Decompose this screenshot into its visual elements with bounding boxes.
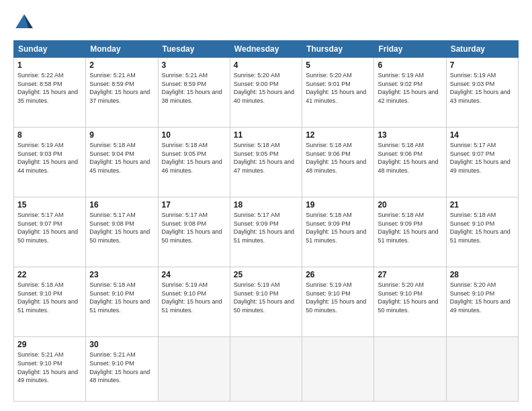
table-row: 30Sunrise: 5:21 AMSunset: 9:10 PMDayligh… xyxy=(86,337,158,402)
table-row: 6Sunrise: 5:19 AMSunset: 9:02 PMDaylight… xyxy=(374,58,446,128)
col-wednesday: Wednesday xyxy=(230,41,302,58)
day-number: 20 xyxy=(378,200,442,210)
day-number: 19 xyxy=(306,200,370,210)
cell-text: Sunrise: 5:18 AMSunset: 9:05 PMDaylight:… xyxy=(234,142,294,174)
table-row: 9Sunrise: 5:18 AMSunset: 9:04 PMDaylight… xyxy=(86,128,158,197)
header xyxy=(13,12,519,34)
calendar-body: 1Sunrise: 5:22 AMSunset: 8:58 PMDaylight… xyxy=(14,58,519,402)
cell-text: Sunrise: 5:19 AMSunset: 9:03 PMDaylight:… xyxy=(450,72,511,104)
cell-text: Sunrise: 5:18 AMSunset: 9:04 PMDaylight:… xyxy=(89,142,150,174)
day-number: 13 xyxy=(378,130,442,140)
day-number: 2 xyxy=(89,60,154,70)
table-row: 14Sunrise: 5:17 AMSunset: 9:07 PMDayligh… xyxy=(446,128,518,197)
table-row xyxy=(230,337,302,402)
col-sunday: Sunday xyxy=(14,41,86,58)
day-number: 8 xyxy=(17,130,82,140)
table-row xyxy=(446,337,518,402)
table-row: 17Sunrise: 5:17 AMSunset: 9:08 PMDayligh… xyxy=(158,197,230,267)
day-number: 17 xyxy=(162,200,226,210)
day-number: 6 xyxy=(378,60,442,70)
cell-text: Sunrise: 5:21 AMSunset: 8:59 PMDaylight:… xyxy=(89,72,150,104)
table-row: 21Sunrise: 5:18 AMSunset: 9:10 PMDayligh… xyxy=(446,197,518,267)
day-number: 16 xyxy=(89,200,154,210)
table-row: 19Sunrise: 5:18 AMSunset: 9:09 PMDayligh… xyxy=(302,197,374,267)
table-row: 22Sunrise: 5:18 AMSunset: 9:10 PMDayligh… xyxy=(14,267,86,337)
cell-text: Sunrise: 5:20 AMSunset: 9:00 PMDaylight:… xyxy=(234,72,294,104)
table-row: 10Sunrise: 5:18 AMSunset: 9:05 PMDayligh… xyxy=(158,128,230,197)
table-row: 4Sunrise: 5:20 AMSunset: 9:00 PMDaylight… xyxy=(230,58,302,128)
cell-text: Sunrise: 5:18 AMSunset: 9:06 PMDaylight:… xyxy=(378,142,438,174)
cell-text: Sunrise: 5:18 AMSunset: 9:05 PMDaylight:… xyxy=(162,142,222,174)
day-number: 23 xyxy=(89,270,154,279)
cell-text: Sunrise: 5:20 AMSunset: 9:01 PMDaylight:… xyxy=(306,72,366,104)
col-tuesday: Tuesday xyxy=(158,41,230,58)
table-row: 12Sunrise: 5:18 AMSunset: 9:06 PMDayligh… xyxy=(302,128,374,197)
cell-text: Sunrise: 5:17 AMSunset: 9:07 PMDaylight:… xyxy=(17,212,78,244)
calendar-week-3: 15Sunrise: 5:17 AMSunset: 9:07 PMDayligh… xyxy=(14,197,519,267)
day-number: 28 xyxy=(450,270,515,279)
cell-text: Sunrise: 5:18 AMSunset: 9:10 PMDaylight:… xyxy=(17,281,78,314)
cell-text: Sunrise: 5:18 AMSunset: 9:09 PMDaylight:… xyxy=(378,212,438,244)
day-number: 18 xyxy=(234,200,298,210)
cell-text: Sunrise: 5:17 AMSunset: 9:09 PMDaylight:… xyxy=(234,212,294,244)
calendar-table: Sunday Monday Tuesday Wednesday Thursday… xyxy=(13,40,519,402)
day-number: 4 xyxy=(234,60,298,70)
table-row: 20Sunrise: 5:18 AMSunset: 9:09 PMDayligh… xyxy=(374,197,446,267)
table-row: 28Sunrise: 5:20 AMSunset: 9:10 PMDayligh… xyxy=(446,267,518,337)
table-row: 18Sunrise: 5:17 AMSunset: 9:09 PMDayligh… xyxy=(230,197,302,267)
col-monday: Monday xyxy=(86,41,158,58)
cell-text: Sunrise: 5:18 AMSunset: 9:10 PMDaylight:… xyxy=(450,212,511,244)
day-number: 27 xyxy=(378,270,442,279)
cell-text: Sunrise: 5:21 AMSunset: 9:10 PMDaylight:… xyxy=(17,351,78,383)
calendar-week-5: 29Sunrise: 5:21 AMSunset: 9:10 PMDayligh… xyxy=(14,337,519,402)
logo xyxy=(13,12,38,34)
table-row: 24Sunrise: 5:19 AMSunset: 9:10 PMDayligh… xyxy=(158,267,230,337)
cell-text: Sunrise: 5:21 AMSunset: 9:10 PMDaylight:… xyxy=(89,351,150,383)
table-row: 11Sunrise: 5:18 AMSunset: 9:05 PMDayligh… xyxy=(230,128,302,197)
cell-text: Sunrise: 5:19 AMSunset: 9:10 PMDaylight:… xyxy=(306,281,366,314)
cell-text: Sunrise: 5:17 AMSunset: 9:07 PMDaylight:… xyxy=(450,142,511,174)
cell-text: Sunrise: 5:20 AMSunset: 9:10 PMDaylight:… xyxy=(378,281,438,314)
table-row: 27Sunrise: 5:20 AMSunset: 9:10 PMDayligh… xyxy=(374,267,446,337)
page: Sunday Monday Tuesday Wednesday Thursday… xyxy=(0,0,532,411)
cell-text: Sunrise: 5:19 AMSunset: 9:03 PMDaylight:… xyxy=(17,142,78,174)
table-row: 15Sunrise: 5:17 AMSunset: 9:07 PMDayligh… xyxy=(14,197,86,267)
cell-text: Sunrise: 5:22 AMSunset: 8:58 PMDaylight:… xyxy=(17,72,78,104)
col-thursday: Thursday xyxy=(302,41,374,58)
day-number: 26 xyxy=(306,270,370,279)
cell-text: Sunrise: 5:18 AMSunset: 9:10 PMDaylight:… xyxy=(89,281,150,314)
cell-text: Sunrise: 5:18 AMSunset: 9:09 PMDaylight:… xyxy=(306,212,366,244)
day-number: 25 xyxy=(234,270,298,279)
table-row: 1Sunrise: 5:22 AMSunset: 8:58 PMDaylight… xyxy=(14,58,86,128)
table-row: 25Sunrise: 5:19 AMSunset: 9:10 PMDayligh… xyxy=(230,267,302,337)
table-row: 3Sunrise: 5:21 AMSunset: 8:59 PMDaylight… xyxy=(158,58,230,128)
table-row: 16Sunrise: 5:17 AMSunset: 9:08 PMDayligh… xyxy=(86,197,158,267)
table-row xyxy=(374,337,446,402)
day-number: 14 xyxy=(450,130,515,140)
logo-icon xyxy=(13,12,35,34)
cell-text: Sunrise: 5:20 AMSunset: 9:10 PMDaylight:… xyxy=(450,281,511,314)
calendar-week-2: 8Sunrise: 5:19 AMSunset: 9:03 PMDaylight… xyxy=(14,128,519,197)
day-number: 12 xyxy=(306,130,370,140)
cell-text: Sunrise: 5:19 AMSunset: 9:10 PMDaylight:… xyxy=(234,281,294,314)
day-number: 24 xyxy=(162,270,226,279)
table-row: 7Sunrise: 5:19 AMSunset: 9:03 PMDaylight… xyxy=(446,58,518,128)
table-row: 8Sunrise: 5:19 AMSunset: 9:03 PMDaylight… xyxy=(14,128,86,197)
table-row: 2Sunrise: 5:21 AMSunset: 8:59 PMDaylight… xyxy=(86,58,158,128)
calendar-header: Sunday Monday Tuesday Wednesday Thursday… xyxy=(14,41,519,58)
day-number: 5 xyxy=(306,60,370,70)
table-row xyxy=(158,337,230,402)
table-row: 5Sunrise: 5:20 AMSunset: 9:01 PMDaylight… xyxy=(302,58,374,128)
day-number: 30 xyxy=(89,340,154,349)
table-row: 26Sunrise: 5:19 AMSunset: 9:10 PMDayligh… xyxy=(302,267,374,337)
table-row: 13Sunrise: 5:18 AMSunset: 9:06 PMDayligh… xyxy=(374,128,446,197)
cell-text: Sunrise: 5:21 AMSunset: 8:59 PMDaylight:… xyxy=(162,72,222,104)
day-number: 21 xyxy=(450,200,515,210)
cell-text: Sunrise: 5:19 AMSunset: 9:10 PMDaylight:… xyxy=(162,281,222,314)
calendar-week-4: 22Sunrise: 5:18 AMSunset: 9:10 PMDayligh… xyxy=(14,267,519,337)
header-row: Sunday Monday Tuesday Wednesday Thursday… xyxy=(14,41,519,58)
day-number: 10 xyxy=(162,130,226,140)
table-row xyxy=(302,337,374,402)
cell-text: Sunrise: 5:18 AMSunset: 9:06 PMDaylight:… xyxy=(306,142,366,174)
day-number: 29 xyxy=(17,340,82,349)
